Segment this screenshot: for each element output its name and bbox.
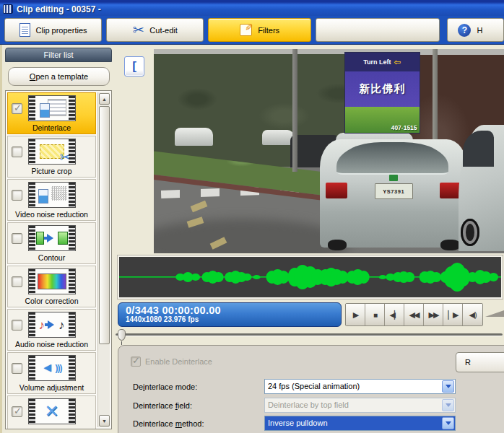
license-plate: YS7391 (375, 183, 413, 199)
billboard-turn-left-text: Turn Left (363, 58, 391, 66)
filter-label: Contour (38, 253, 65, 262)
filter-label: Volume adjustment (19, 383, 84, 392)
deinterlace-method-dropdown[interactable]: Inverse pulldown (264, 416, 456, 431)
billboard: Turn Left ⇦ 新比佛利 407-1515 (344, 52, 420, 134)
filter-label: Picture crop (31, 167, 71, 175)
deinterlace-settings-panel: Enable Deinterlace R Deinterlace mode: 2… (118, 345, 504, 433)
filter-item-color-correction[interactable]: Color correction (7, 266, 96, 307)
filter-check-icon (240, 24, 252, 36)
step-forward-button[interactable]: ▏▶ (443, 304, 463, 325)
reset-button[interactable]: R (456, 352, 504, 372)
toolbar-spacer-button[interactable] (316, 18, 440, 42)
filter-label: Video noise reduction (15, 210, 88, 219)
filter-item-video-noise-reduction[interactable]: Video noise reduction (7, 179, 96, 221)
chevron-down-icon (442, 399, 454, 411)
clip-properties-label: Clip properties (36, 26, 87, 35)
sedan-emblem (389, 175, 398, 181)
cut-edit-button[interactable]: ✂ Cut-edit (106, 18, 204, 42)
contour-checkbox[interactable] (12, 233, 22, 244)
scene-pole (292, 49, 298, 172)
video-noise-icon (36, 184, 68, 206)
sedan-taillight (326, 183, 348, 198)
rewind-button[interactable]: ◀◀ (404, 304, 424, 325)
car-wheel (461, 219, 479, 247)
fast-forward-button[interactable]: ▶▶ (424, 304, 443, 325)
seek-track[interactable] (116, 333, 503, 336)
chevron-down-icon[interactable] (442, 417, 454, 429)
audio-noise-checkbox[interactable] (12, 320, 22, 331)
filters-button[interactable]: Filters (208, 18, 311, 42)
filter-label: Color correction (25, 297, 78, 305)
resize-checkbox[interactable] (12, 406, 22, 417)
window-title: Clip editing - 00357 - (17, 4, 101, 14)
seek-tick (121, 341, 122, 345)
deinterlace-mode-dropdown[interactable]: 24 fps (Special animation) (264, 379, 456, 394)
sedan-rear-window (336, 142, 448, 175)
main-panel: [ Turn Left ⇦ 新比佛利 407-1515 (114, 45, 504, 433)
frame-counter: 0/3443 00:00:00.00 (126, 305, 341, 316)
toolbar: Clip properties ✂ Cut-edit Filters ? H (0, 16, 504, 45)
filter-label: Audio noise reduction (15, 340, 88, 349)
scroll-up-button[interactable]: ▲ (99, 93, 110, 105)
deinterlace-field-value: Deinterlace by top field (268, 401, 440, 409)
enable-deinterlace-label: Enable Deinterlace (145, 357, 212, 366)
filter-item-contour[interactable]: Contour (7, 222, 96, 264)
open-template-button[interactable]: Open a template (8, 67, 110, 86)
billboard-title-text: 新比佛利 (359, 82, 405, 96)
audio-waveform (118, 255, 503, 299)
bracket-icon: [ (132, 59, 136, 74)
video-noise-checkbox[interactable] (12, 190, 22, 201)
bracket-marker-button[interactable]: [ (124, 56, 144, 76)
title-bar: Clip editing - 00357 - (0, 0, 504, 16)
filmstrip-frame (28, 95, 76, 121)
filter-item-resize[interactable] (7, 395, 96, 429)
filter-list: Deinterlace Picture crop Video noise red… (5, 90, 112, 429)
scroll-down-button[interactable]: ▼ (99, 415, 110, 427)
filmstrip-frame (28, 268, 76, 294)
sedan-wheel (440, 240, 459, 250)
help-label: H (477, 26, 482, 35)
speaker-icon (36, 357, 68, 379)
video-preview: Turn Left ⇦ 新比佛利 407-1515 YS7391 (154, 49, 504, 253)
volume-slider[interactable] (485, 310, 504, 317)
cross-arrows-icon (36, 401, 68, 422)
deinterlace-mode-label: Deinterlace mode: (133, 379, 197, 394)
filmstrip-frame (28, 139, 76, 165)
filter-list-scrollbar[interactable]: ▲ ▼ (97, 92, 110, 427)
step-back-button[interactable]: ◀▏ (385, 304, 404, 325)
stop-button[interactable]: ■ (365, 304, 385, 325)
help-button[interactable]: ? H (447, 18, 504, 42)
deinterlace-field-label: Deinterlace field: (133, 398, 192, 413)
enable-deinterlace-checkbox[interactable] (131, 357, 141, 367)
filter-sidebar: Filter list Open a template Deinterlace … (0, 45, 114, 433)
deinterlace-method-label: Deinterlace method: (133, 416, 204, 431)
audio-toggle-button[interactable]: ◀) (463, 304, 482, 325)
color-correction-icon (36, 271, 68, 292)
color-correction-checkbox[interactable] (12, 276, 22, 287)
seek-thumb[interactable] (118, 329, 126, 341)
picture-crop-icon (36, 141, 68, 162)
film-app-icon (3, 4, 13, 14)
filmstrip-frame (28, 398, 76, 424)
scrollbar-thumb[interactable] (99, 106, 110, 344)
seek-bar[interactable] (116, 329, 503, 342)
chevron-down-icon[interactable] (442, 380, 454, 393)
deinterlace-checkbox[interactable] (12, 103, 22, 114)
billboard-phone-text: 407-1515 (391, 124, 417, 131)
reset-label: R (465, 358, 471, 367)
sedan-wheel (328, 240, 347, 250)
filter-item-volume-adjustment[interactable]: Volume adjustment (7, 352, 96, 394)
deinterlace-method-value: Inverse pulldown (268, 419, 440, 427)
filmstrip-frame (28, 182, 76, 208)
clip-properties-button[interactable]: Clip properties (4, 18, 102, 42)
filter-item-deinterlace[interactable]: Deinterlace (7, 92, 96, 134)
play-button[interactable]: ▶ (346, 304, 365, 325)
cut-edit-label: Cut-edit (149, 26, 178, 35)
volume-checkbox[interactable] (12, 363, 22, 374)
contour-icon (36, 227, 68, 249)
filter-item-audio-noise-reduction[interactable]: ♪♪ Audio noise reduction (7, 309, 96, 351)
filter-item-picture-crop[interactable]: Picture crop (7, 136, 96, 178)
picture-crop-checkbox[interactable] (12, 146, 22, 157)
filmstrip-frame (28, 355, 76, 381)
filters-label: Filters (258, 26, 279, 35)
